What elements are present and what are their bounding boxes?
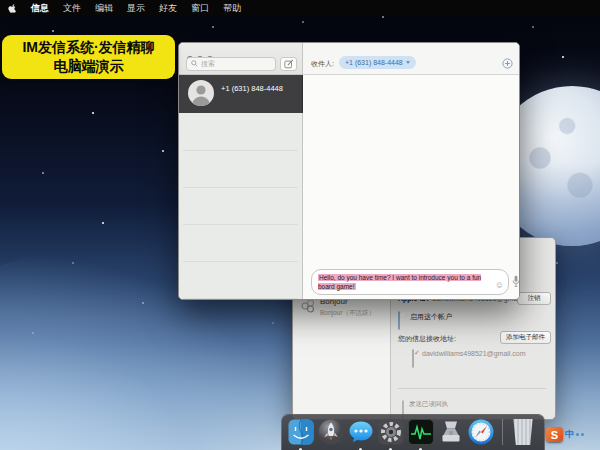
person-icon xyxy=(188,80,214,106)
add-recipient-button[interactable] xyxy=(502,58,513,69)
conversation-transcript: Hello, do you have time? I want to intro… xyxy=(303,75,520,300)
recipient-text: +1 (631) 848-4448 xyxy=(345,59,403,66)
list-separator xyxy=(183,298,298,299)
list-separator xyxy=(183,224,298,225)
watermark-text: 中 xyxy=(565,428,574,441)
prefs-divider xyxy=(398,388,546,389)
watermark-dot xyxy=(581,433,584,436)
dock-icon-trash[interactable] xyxy=(511,419,537,445)
menu-item-messages[interactable]: 信息 xyxy=(31,2,49,15)
apple-menu-icon[interactable] xyxy=(8,3,17,14)
list-separator xyxy=(183,187,298,188)
dock-icon-system-preferences[interactable] xyxy=(378,419,404,445)
menu-item-file[interactable]: 文件 xyxy=(63,2,81,15)
menu-item-help[interactable]: 帮助 xyxy=(223,2,241,15)
email-address: davidwilliams498521@gmail.com xyxy=(422,350,526,357)
menu-item-window[interactable]: 窗口 xyxy=(191,2,209,15)
watermark-badge: S xyxy=(546,427,563,442)
promo-banner: IM发信系统·发信精聊 电脑端演示 xyxy=(2,35,175,79)
microphone-icon[interactable] xyxy=(512,274,520,292)
list-separator xyxy=(183,150,298,151)
menu-item-edit[interactable]: 编辑 xyxy=(95,2,113,15)
chevron-down-icon xyxy=(406,61,410,64)
dock-icon-finder[interactable] xyxy=(288,419,314,445)
search-input[interactable]: 搜索 xyxy=(186,57,276,71)
to-label: 收件人: xyxy=(311,59,334,69)
dock xyxy=(281,414,545,450)
dock-icon-launchpad[interactable] xyxy=(318,419,344,445)
account-status: Bonjour（不活跃） xyxy=(320,309,375,318)
watermark-dot xyxy=(576,433,579,436)
enable-account-label: 启用这个帐户 xyxy=(410,312,452,322)
desktop[interactable]: 信息 文件 编辑 显示 好友 窗口 帮助 IM发信系统·发信精聊 电脑端演示 B… xyxy=(0,0,600,450)
bonjour-icon xyxy=(300,298,316,318)
addresses-label: 您的信息接收地址: xyxy=(398,334,456,344)
dock-icon-safari[interactable] xyxy=(468,419,494,445)
emoji-picker-icon[interactable]: ☺ xyxy=(495,281,504,290)
menu-item-view[interactable]: 显示 xyxy=(127,2,145,15)
dock-divider xyxy=(502,419,503,445)
list-separator xyxy=(183,261,298,262)
add-email-button[interactable]: 添加电子邮件 xyxy=(500,331,551,344)
compose-button[interactable] xyxy=(280,57,297,71)
conversation-item-selected[interactable]: +1 (631) 848-4448 xyxy=(179,75,303,113)
enable-account-checkbox[interactable] xyxy=(398,311,400,330)
message-draft-selected-text: Hello, do you have time? I want to intro… xyxy=(318,274,481,290)
recipient-pill[interactable]: +1 (631) 848-4448 xyxy=(339,56,416,69)
promo-banner-line1: IM发信系统·发信精聊 xyxy=(22,38,154,57)
message-input[interactable]: Hello, do you have time? I want to intro… xyxy=(311,269,509,295)
messages-window[interactable]: 搜索 收件人: +1 (631) 848-4448 +1 (631) 848- xyxy=(178,42,520,300)
to-field-row: 收件人: +1 (631) 848-4448 xyxy=(303,43,520,75)
conversation-list[interactable] xyxy=(179,113,303,300)
dock-icon-messages[interactable] xyxy=(348,419,374,445)
conversation-title: +1 (631) 848-4448 xyxy=(221,84,283,93)
dock-icon-activity-monitor[interactable] xyxy=(408,419,434,445)
avatar xyxy=(188,80,214,106)
menu-item-buddies[interactable]: 好友 xyxy=(159,2,177,15)
plus-circle-icon xyxy=(502,58,513,69)
search-icon xyxy=(191,60,198,68)
dock-icon-installer[interactable] xyxy=(438,419,464,445)
email-checkbox[interactable] xyxy=(412,349,414,368)
watermark: S 中 xyxy=(546,427,584,442)
window-toolbar-left: 搜索 xyxy=(179,43,303,75)
trash-icon xyxy=(511,419,535,445)
search-placeholder: 搜索 xyxy=(201,59,215,69)
menu-bar: 信息 文件 编辑 显示 好友 窗口 帮助 xyxy=(0,0,600,16)
sign-out-button[interactable]: 注销 xyxy=(517,292,551,305)
compose-icon xyxy=(284,55,294,73)
promo-banner-line2: 电脑端演示 xyxy=(54,57,124,76)
read-receipts-label: 发送已读回执 xyxy=(409,400,448,409)
